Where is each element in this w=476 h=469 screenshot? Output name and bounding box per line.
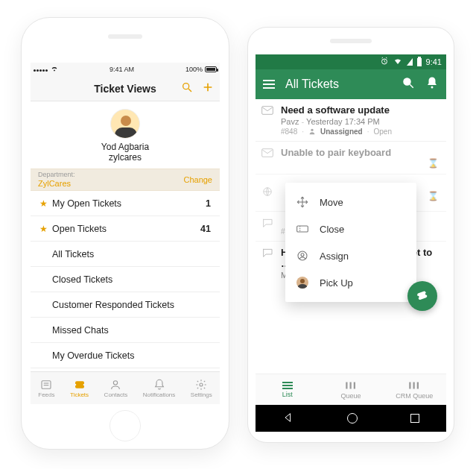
mail-icon	[261, 148, 273, 160]
list-item-label: Missed Chats	[52, 325, 109, 336]
list-item[interactable]: ★All Tickets	[31, 242, 220, 267]
globe-icon	[261, 186, 273, 199]
iphone-screen: 9:41 AM 100% Ticket Views Yod Agbaria zy…	[31, 63, 220, 404]
tab-notifications[interactable]: Notifications	[143, 379, 176, 398]
hourglass-icon: ⌛	[428, 158, 439, 169]
ticket-views-list[interactable]: ★My Open Tickets 1 ★Open Tickets 41 ★All…	[31, 191, 220, 371]
list-item-count: 1	[206, 198, 211, 209]
android-screen: 9:41 All Tickets Need a software update …	[256, 54, 446, 432]
menu-pick-up[interactable]: Pick Up	[285, 269, 416, 296]
avatar[interactable]	[110, 109, 140, 139]
person-icon	[308, 128, 316, 136]
menu-label: Assign	[320, 251, 349, 262]
nav-recents[interactable]	[410, 414, 419, 423]
svg-rect-31	[410, 382, 411, 388]
ios-tab-bar: Feeds Tickets Contacts Notifications Set…	[31, 371, 220, 404]
menu-close[interactable]: Close	[285, 215, 416, 242]
svg-point-0	[183, 84, 189, 89]
profile-org: zylcares	[31, 152, 220, 163]
iphone-home-button[interactable]	[110, 410, 141, 441]
ticket-row[interactable]: Unable to pair keyboard ⌛	[256, 142, 446, 174]
list-item-count: 41	[200, 224, 211, 234]
tab-feeds[interactable]: Feeds	[38, 379, 54, 398]
chat-icon	[261, 248, 273, 260]
svg-point-7	[114, 380, 118, 384]
svg-point-16	[431, 86, 434, 89]
svg-point-14	[404, 78, 410, 85]
ticket-time: Yesterday 17:34 PM	[306, 117, 380, 126]
ticket-title: Unable to pair keyboard	[281, 147, 437, 158]
tab-label: CRM Queue	[396, 392, 433, 400]
svg-marker-34	[285, 413, 291, 421]
nav-back[interactable]	[282, 412, 294, 426]
tab-list[interactable]: List	[256, 374, 319, 405]
svg-point-18	[311, 129, 313, 131]
ticket-assignee: Unassigned	[320, 128, 363, 136]
ticket-status: Open	[374, 128, 392, 136]
action-menu: Move Close Assign Pick Up	[285, 183, 416, 302]
avatar-icon	[296, 277, 309, 289]
ticket-row[interactable]: Need a software update Pavz - Yesterday …	[256, 99, 446, 142]
android-status-time: 9:41	[426, 57, 442, 66]
list-icon	[282, 382, 293, 389]
tab-label: Contacts	[104, 391, 128, 398]
appbar-title: All Tickets	[285, 78, 391, 91]
list-item[interactable]: ★Closed Tickets	[31, 267, 220, 292]
svg-rect-32	[413, 382, 415, 388]
search-icon[interactable]	[402, 76, 415, 92]
tab-label: List	[282, 391, 293, 398]
bell-icon[interactable]	[425, 76, 439, 92]
ticket-title: Need a software update	[281, 104, 437, 116]
fab-new-ticket[interactable]	[407, 281, 437, 311]
ticket-list[interactable]: Need a software update Pavz - Yesterday …	[256, 99, 446, 374]
list-item[interactable]: ★My Open Tickets 1	[31, 191, 220, 216]
nav-home[interactable]	[347, 413, 358, 424]
svg-line-13	[386, 57, 387, 58]
list-item-label: My Open Tickets	[52, 198, 121, 209]
android-speaker	[330, 39, 372, 43]
tab-crm-queue[interactable]: CRM Queue	[383, 374, 446, 405]
svg-rect-17	[262, 107, 273, 115]
svg-point-8	[200, 383, 203, 386]
hourglass-icon: ⌛	[428, 191, 439, 201]
ticket-close-icon	[296, 223, 309, 235]
hamburger-icon[interactable]	[263, 80, 275, 89]
tab-label: Notifications	[143, 391, 176, 398]
tab-contacts[interactable]: Contacts	[104, 379, 128, 398]
menu-label: Move	[320, 197, 343, 208]
menu-label: Pick Up	[320, 277, 353, 289]
battery-percent-label: 100%	[185, 66, 203, 73]
list-item[interactable]: ★Missed Chats	[31, 318, 220, 343]
android-device-frame: 9:41 All Tickets Need a software update …	[247, 27, 454, 443]
list-item[interactable]: ★Customer Responded Tickets	[31, 292, 220, 318]
battery-icon	[417, 58, 422, 66]
list-item-label: Open Tickets	[52, 224, 107, 234]
move-icon	[296, 196, 309, 208]
change-department-link[interactable]: Change	[183, 175, 212, 184]
android-nav-bar	[256, 405, 446, 432]
svg-rect-4	[42, 380, 51, 388]
ios-nav-bar: Ticket Views	[31, 76, 220, 101]
tab-queue[interactable]: Queue	[319, 374, 382, 405]
alarm-icon	[380, 57, 389, 67]
menu-assign[interactable]: Assign	[285, 242, 416, 269]
ios-status-time: 9:41 AM	[110, 66, 134, 73]
battery-icon	[205, 66, 217, 72]
list-item[interactable]: ★Open Tickets 41	[31, 216, 220, 242]
menu-move[interactable]: Move	[285, 189, 416, 215]
android-app-bar: All Tickets	[256, 69, 446, 99]
tab-settings[interactable]: Settings	[191, 379, 212, 398]
list-item[interactable]: ★My Overdue Tickets	[31, 343, 220, 368]
wifi-icon	[393, 57, 402, 67]
tab-tickets[interactable]: Tickets	[70, 379, 89, 398]
svg-line-12	[381, 57, 383, 58]
list-item-label: Customer Responded Tickets	[52, 300, 174, 310]
list-item-label: My Overdue Tickets	[52, 350, 134, 361]
svg-rect-28	[346, 382, 347, 388]
android-bottom-tabs: List Queue CRM Queue	[256, 374, 446, 405]
add-icon[interactable]	[202, 81, 214, 95]
search-icon[interactable]	[181, 81, 193, 95]
svg-point-27	[301, 254, 304, 256]
profile-section: Yod Agbaria zylcares	[31, 101, 220, 169]
mail-icon	[261, 105, 273, 118]
